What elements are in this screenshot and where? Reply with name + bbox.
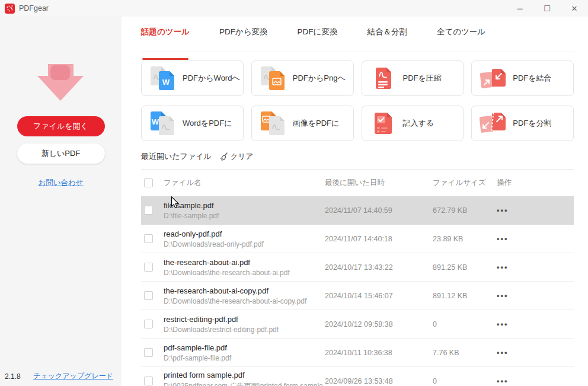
tool-card-merge-pdf[interactable]: PDFを結合 (471, 60, 574, 96)
table-row[interactable]: read-only-pdf.pdf D:\Downloads\read-only… (141, 225, 574, 253)
tab-hot-tools[interactable]: 話題のツール (141, 27, 190, 52)
file-size: 672.79 KB (433, 206, 497, 215)
file-name: file-sample.pdf (164, 201, 325, 210)
row-checkbox[interactable] (144, 234, 153, 243)
tool-card-label: WordをPDFに (183, 118, 232, 129)
tool-card-grid: W PDFからWordへ PDFからPngへ (141, 60, 574, 141)
tool-card-label: PDFからWordへ (183, 73, 240, 84)
version-label: 2.1.8 (5, 372, 21, 381)
select-all-checkbox[interactable] (144, 178, 153, 187)
file-path: D:\Downloads\restrict-editing-pdf.pdf (164, 326, 325, 334)
table-row[interactable]: the-research-about-ai.pdf D:\Downloads\t… (141, 253, 574, 282)
row-more-actions-button[interactable]: ••• (497, 234, 520, 243)
file-name: the-research-about-ai.pdf (164, 258, 325, 267)
file-path: D:\Downloads\the-research-about-ai.pdf (164, 269, 325, 277)
column-header-filename: ファイル名 (164, 178, 325, 188)
split-pdf-icon (480, 111, 506, 135)
tool-tabs: 話題のツール PDFから変換 PDFに変換 結合＆分割 全てのツール (141, 17, 574, 52)
row-more-actions-button[interactable]: ••• (497, 320, 520, 328)
column-header-filesize: ファイルサイズ (433, 178, 497, 188)
tab-convert-from-pdf[interactable]: PDFから変換 (219, 27, 268, 52)
table-row[interactable]: pdf-sample-file.pdf D:\pdf-sample-file.p… (141, 339, 574, 367)
table-row[interactable]: the-research-about-ai-copy.pdf D:\Downlo… (141, 282, 574, 310)
recent-files-title: 最近開いたファイル (141, 151, 212, 162)
tab-merge-split[interactable]: 結合＆分割 (367, 27, 407, 52)
sidebar: ファイルを開く 新しいPDF お問い合わせ 2.1.8 チェックアップグレード (0, 17, 122, 386)
pdf-to-png-icon (260, 66, 286, 90)
window-controls: ─ ☐ ✕ (506, 0, 588, 17)
file-date: 2024/09/26 13:53:48 (325, 377, 433, 385)
row-more-actions-button[interactable]: ••• (497, 291, 520, 300)
file-name: restrict-editing-pdf.pdf (164, 315, 325, 324)
file-size: 0 (433, 320, 497, 328)
row-checkbox[interactable] (144, 206, 153, 215)
file-name: the-research-about-ai-copy.pdf (164, 286, 325, 295)
table-row[interactable]: restrict-editing-pdf.pdf D:\Downloads\re… (141, 310, 574, 339)
clear-recent-button[interactable]: クリア (220, 152, 253, 162)
pdfgear-logo-icon (5, 4, 15, 14)
recent-files-header: 最近開いたファイル クリア (141, 151, 574, 170)
file-size: 891.25 KB (433, 263, 497, 272)
contact-link[interactable]: お問い合わせ (0, 178, 122, 188)
minimize-button[interactable]: ─ (506, 0, 533, 17)
maximize-button[interactable]: ☐ (533, 0, 561, 17)
file-size: 891.12 KB (433, 292, 497, 300)
row-more-actions-button[interactable]: ••• (497, 263, 520, 272)
tool-card-compress-pdf[interactable]: PDFを圧縮 (362, 60, 464, 96)
table-row[interactable]: file-sample.pdf D:\file-sample.pdf 2024/… (141, 196, 574, 225)
tab-all-tools[interactable]: 全てのツール (437, 27, 485, 52)
tool-card-pdf-to-png[interactable]: PDFからPngへ (251, 60, 354, 96)
tool-card-fill-sign[interactable]: 記入する (362, 106, 464, 141)
file-path: D:\0025pdfgear.com 广告页面\printed form sam… (164, 381, 325, 386)
tool-card-label: PDFを圧縮 (403, 73, 442, 84)
tool-card-label: PDFからPngへ (293, 73, 346, 84)
row-checkbox[interactable] (144, 348, 153, 357)
title-bar: PDFgear ─ ☐ ✕ (0, 0, 588, 17)
tool-card-split-pdf[interactable]: PDFを分割 (471, 106, 574, 141)
row-more-actions-button[interactable]: ••• (497, 377, 520, 385)
drop-file-arrow-icon (0, 64, 122, 101)
row-checkbox[interactable] (144, 291, 153, 300)
table-row[interactable]: printed form sample.pdf D:\0025pdfgear.c… (141, 367, 574, 386)
file-name: pdf-sample-file.pdf (164, 343, 325, 352)
file-date: 2024/11/07 14:40:59 (325, 206, 433, 215)
open-file-button[interactable]: ファイルを開く (17, 116, 105, 136)
tool-card-label: 画像をPDFに (293, 118, 340, 129)
column-header-actions: 操作 (497, 178, 574, 188)
tool-card-pdf-to-word[interactable]: W PDFからWordへ (141, 60, 244, 96)
compress-pdf-icon (370, 66, 396, 90)
fill-sign-icon (370, 111, 396, 135)
check-upgrade-link[interactable]: チェックアップグレード (33, 371, 113, 381)
file-path: D:\pdf-sample-file.pdf (164, 354, 325, 362)
row-more-actions-button[interactable]: ••• (497, 348, 520, 357)
file-date: 2024/10/11 10:36:38 (325, 349, 433, 357)
broom-icon (220, 152, 228, 161)
merge-pdf-icon (480, 66, 506, 90)
new-pdf-button[interactable]: 新しいPDF (17, 143, 105, 164)
file-path: D:\file-sample.pdf (164, 212, 325, 220)
clear-label: クリア (231, 152, 253, 162)
column-header-last-opened: 最後に開いた日時 (325, 178, 433, 188)
file-name: read-only-pdf.pdf (164, 229, 325, 238)
row-checkbox[interactable] (144, 377, 153, 385)
tab-convert-to-pdf[interactable]: PDFに変換 (298, 27, 338, 52)
row-checkbox[interactable] (144, 320, 153, 328)
file-size: 23.89 KB (433, 235, 497, 243)
file-size: 7.76 KB (433, 349, 497, 357)
sidebar-footer: 2.1.8 チェックアップグレード (0, 371, 122, 381)
close-button[interactable]: ✕ (561, 0, 588, 17)
tool-card-image-to-pdf[interactable]: 画像をPDFに (251, 106, 354, 141)
row-more-actions-button[interactable]: ••• (497, 206, 520, 215)
tool-card-label: 記入する (403, 118, 434, 129)
tool-card-label: PDFを分割 (513, 118, 551, 129)
row-checkbox[interactable] (144, 263, 153, 272)
tool-card-word-to-pdf[interactable]: W WordをPDFに (141, 106, 244, 141)
file-path: D:\Downloads\the-research-about-ai-copy.… (164, 297, 325, 305)
file-date: 2024/10/17 13:43:22 (325, 263, 433, 272)
file-size: 0 (433, 377, 497, 385)
main-content: 話題のツール PDFから変換 PDFに変換 結合＆分割 全てのツール W PDF… (122, 17, 588, 386)
file-date: 2024/10/12 09:58:38 (325, 320, 433, 328)
table-header-row: ファイル名 最後に開いた日時 ファイルサイズ 操作 (141, 170, 574, 196)
image-to-pdf-icon (260, 111, 286, 135)
svg-text:W: W (162, 78, 170, 87)
